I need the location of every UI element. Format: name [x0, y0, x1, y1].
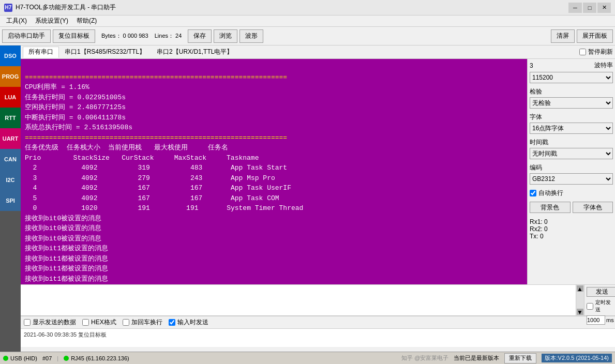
irq-time: 中断执行时间 = 0.006411378s: [25, 114, 126, 122]
tab-port2[interactable]: 串口2【URX/D1,TTL电平】: [151, 47, 238, 58]
close-button[interactable]: ✕: [597, 3, 611, 13]
save-button[interactable]: 保存: [188, 29, 212, 43]
minimize-button[interactable]: ─: [568, 3, 582, 13]
wave-button[interactable]: 波形: [239, 29, 263, 43]
window-controls: ─ □ ✕: [568, 3, 611, 13]
add-crlf-option[interactable]: 加回车换行: [123, 318, 162, 327]
show-send-option[interactable]: 显示发送的数据: [24, 318, 76, 327]
rx1-value: 0: [544, 218, 548, 225]
scroll-track: [576, 292, 584, 308]
rj45-dot: [64, 356, 69, 361]
log-text: 2021-06-30 09:38:35 复位目标板: [24, 331, 107, 339]
usb-status: USB (HID): [3, 355, 37, 361]
msg-5: 接收到bit1都被设置的消息: [25, 255, 108, 263]
tab-port1[interactable]: 串口1【RS485/RS232/TTL】: [59, 47, 151, 58]
center-column: 所有串口 串口1【RS485/RS232/TTL】 串口2【URX/D1,TTL…: [21, 46, 615, 352]
stats: Rx1: 0 Rx2: 0 Tx: 0: [530, 218, 613, 240]
sidebar-item-i2c[interactable]: I2C: [0, 170, 21, 190]
maximize-button[interactable]: □: [583, 3, 596, 13]
send-button[interactable]: 发送: [587, 287, 615, 297]
divider2: ========================================…: [25, 134, 287, 142]
font-select[interactable]: 16点阵字体: [530, 123, 613, 134]
encoding-select[interactable]: GB2312: [530, 173, 613, 185]
titlebar: H7 H7-TOOL多功能开发工具 - 串口助手 ─ □ ✕: [0, 0, 615, 16]
sidebar-item-prog[interactable]: PROG: [0, 66, 21, 87]
redownload-button[interactable]: 重新下载: [504, 353, 536, 363]
send-on-input-option[interactable]: 输入时发送: [169, 318, 208, 327]
timed-send-row: 定时发送: [587, 299, 613, 313]
watermark: 知乎 @安富莱电子: [401, 354, 448, 362]
port-label: #07: [42, 355, 52, 361]
tabbar: 所有串口 串口1【RS485/RS232/TTL】 串口2【URX/D1,TTL…: [21, 46, 615, 59]
time-label: 时间戳: [530, 138, 613, 147]
clear-screen-button[interactable]: 清屏: [551, 29, 575, 43]
start-serial-button[interactable]: 启动串口助手: [2, 29, 51, 43]
sidebar-item-can[interactable]: CAN: [0, 149, 21, 170]
verify-label: 检验: [530, 87, 613, 96]
status-msg: 当前已是最新版本: [454, 354, 499, 362]
pause-refresh-checkbox[interactable]: [579, 49, 586, 55]
input-wrapper: ▲ ▼ 发送 定时发送 ms: [21, 285, 615, 316]
lines-label: Lines：: [155, 33, 174, 39]
content-wrapper: DSO PROG LUA RTT UART CAN I2C SPI 所有串口 串…: [0, 46, 615, 352]
input-textarea[interactable]: [21, 285, 576, 315]
hex-format-checkbox[interactable]: [82, 319, 89, 326]
browse-button[interactable]: 浏览: [214, 29, 237, 43]
menu-tools[interactable]: 工具(X): [2, 16, 31, 26]
add-crlf-checkbox[interactable]: [123, 319, 129, 326]
pause-refresh-label: 暂停刷新: [588, 48, 613, 56]
tx-value: 0: [540, 233, 544, 240]
msg-2: 接收到bit0被设置的消息: [25, 224, 101, 232]
msg-4: 接收到bit1都被设置的消息: [25, 245, 108, 252]
baud-header: 3 波特率: [530, 61, 613, 70]
auto-run-checkbox[interactable]: [530, 190, 536, 196]
font-label: 字体: [530, 113, 613, 122]
rx2-row: Rx2: 0: [530, 225, 613, 233]
time-select[interactable]: 无时间戳: [530, 148, 613, 159]
scroll-down-button[interactable]: ▼: [577, 309, 583, 315]
sidebar-item-rtt[interactable]: RTT: [0, 108, 21, 128]
bg-color-button[interactable]: 背景色: [530, 202, 571, 213]
scroll-up-button[interactable]: ▲: [577, 285, 583, 292]
expand-panel-button[interactable]: 展开面板: [577, 29, 613, 43]
sidebar: DSO PROG LUA RTT UART CAN I2C SPI: [0, 46, 21, 352]
sidebar-item-uart[interactable]: UART: [0, 128, 21, 149]
divider1: ========================================…: [25, 73, 287, 81]
app-window: H7 H7-TOOL多功能开发工具 - 串口助手 ─ □ ✕ 工具(X) 系统设…: [0, 0, 615, 364]
msg-7: 接收到bit1都被设置的消息: [25, 275, 108, 283]
terminal[interactable]: ========================================…: [21, 59, 527, 284]
sidebar-item-lua[interactable]: LUA: [0, 87, 21, 108]
menu-help[interactable]: 帮助(Z): [72, 16, 101, 26]
sidebar-item-spi[interactable]: SPI: [0, 190, 21, 211]
rx1-row: Rx1: 0: [530, 218, 613, 225]
menu-settings[interactable]: 系统设置(Y): [31, 16, 72, 26]
usb-label: USB (HID): [10, 355, 37, 361]
font-color-button[interactable]: 字体色: [573, 202, 613, 213]
verify-select[interactable]: 无检验: [530, 97, 613, 109]
hex-format-option[interactable]: HEX格式: [82, 318, 116, 327]
app-icon: H7: [4, 4, 12, 12]
toolbar: 启动串口助手 复位目标板 Bytes： 0 000 983 Lines： 24 …: [0, 27, 615, 46]
ip-label: RJ45 (61.160.223.136): [71, 355, 129, 361]
tab-all-ports[interactable]: 所有串口: [23, 47, 59, 58]
reset-target-button[interactable]: 复位目标板: [53, 29, 95, 43]
sidebar-item-dso[interactable]: DSO: [0, 46, 21, 66]
verify-section: 检验 无检验: [530, 87, 613, 109]
timed-send-input[interactable]: [587, 315, 605, 325]
table-row-3: 4 4092 167 167 App Task UserIF: [25, 184, 291, 192]
send-on-input-checkbox[interactable]: [169, 319, 175, 326]
show-send-checkbox[interactable]: [24, 319, 31, 326]
window-title: H7-TOOL多功能开发工具 - 串口助手: [16, 3, 568, 12]
baud-section: 115200: [530, 72, 613, 83]
table-header2: Prio StackSize CurStack MaxStack Tasknam…: [25, 154, 259, 162]
version-label: 版本:V2.0.5 (2021-05-14): [542, 354, 612, 362]
rx2-value: 0: [544, 225, 548, 233]
baud-label: 波特率: [594, 61, 613, 70]
total-time: 系统总执行时间 = 2.516139508s: [25, 124, 132, 131]
statusbar: USB (HID) #07 | RJ45 (61.160.223.136) 知乎…: [0, 352, 615, 364]
baud-select[interactable]: 115200: [530, 72, 613, 83]
lines-value: 24: [175, 33, 182, 39]
encoding-section: 编码 GB2312: [530, 163, 613, 185]
timed-send-checkbox[interactable]: [587, 303, 593, 310]
rx2-label: Rx2:: [530, 225, 543, 233]
